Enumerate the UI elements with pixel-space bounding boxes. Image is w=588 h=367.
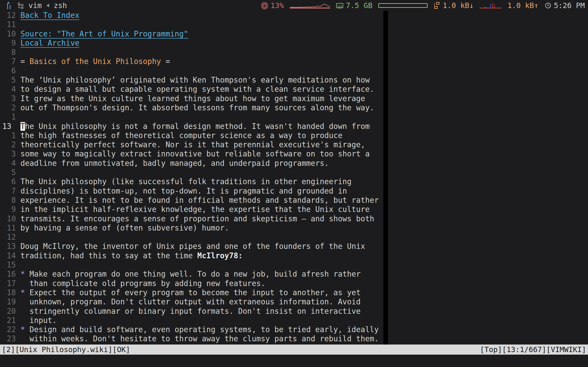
line-number: 21 [0,316,16,325]
line-number: 14 [0,251,16,260]
line-number: 18 [0,288,16,297]
wiki-link[interactable]: Source: "The Art of Unix Programming" [20,30,188,38]
top-status-bar: vim zsh 13% [0,0,588,11]
memory-bar [378,3,428,8]
line-text: the high fastnesses of theoretical compu… [20,131,342,140]
text-span: Design and build software, even operatin… [25,325,379,334]
cpu-percentage: 13% [271,1,284,10]
line-number: 7 [0,186,16,196]
text-span: deadline from unmotivated, badly managed… [20,159,329,168]
heading-delimiter: = [20,57,30,66]
editor-line[interactable]: 8experience. It is not to be found in of… [0,196,588,205]
editor-line[interactable]: 11by having a sense of (often subversive… [0,223,588,233]
memory-chip-icon [336,1,344,10]
line-text: experience. It is not to be found in off… [20,196,379,205]
line-number: 23 [0,334,16,343]
cursor-block: T [20,122,25,131]
line-text: * Make each program do one thing well. T… [20,269,361,279]
bullet-marker: * [20,288,25,297]
line-number: 8 [0,196,16,205]
text-span: transmits. It encourages a sense of prop… [20,215,374,223]
editor-line[interactable]: 15 [0,260,588,269]
line-number: 16 [0,269,16,279]
clock-icon [544,2,552,9]
text-span: The Unix philosophy (like successful fol… [20,177,351,186]
line-text: Doug McIlroy, the inventor of Unix pipes… [20,242,365,251]
editor-line[interactable]: 3It grew as the Unix culture learned thi… [0,94,588,103]
editor-line[interactable]: 14tradition, had this to say at the time… [0,251,588,260]
editor-line[interactable]: 6The Unix philosophy (like successful fo… [0,177,588,186]
editor-line[interactable]: 10Source: "The Art of Unix Programming" [0,29,588,39]
editor-line[interactable]: 7= Basics of the Unix Philosophy = [0,57,588,66]
editor-line-current[interactable]: 13The Unix philosophy is not a formal de… [0,122,588,131]
line-text: It grew as the Unix culture learned thin… [20,94,365,103]
editor-line[interactable]: 2out of Thompson's design. It absorbed l… [0,103,588,112]
text-span: It grew as the Unix culture learned thin… [20,94,365,103]
line-number: 10 [0,214,16,223]
line-number: 17 [0,279,16,288]
editor-line[interactable]: 12Back To Index [0,11,588,20]
line-number: 13 [0,242,16,251]
line-number: 20 [0,307,16,316]
editor-line[interactable]: 3some way to magically extract innovativ… [0,149,588,158]
memory-stat: 7.5 GB [336,1,372,10]
editor-line[interactable]: 13Doug McIlroy, the inventor of Unix pip… [0,242,588,251]
text-span: The ‘Unix philosophy’ originated with Ke… [20,76,370,84]
line-number: 19 [0,297,16,307]
network-stat: 1.0 kB↓ [434,1,474,10]
editor-line[interactable]: 7disciplines) is bottom-up, not top-down… [0,186,588,196]
line-text: deadline from unmotivated, badly managed… [20,159,329,168]
heading-delimiter: = [161,57,170,66]
wiki-link[interactable]: Back To Index [20,11,79,20]
vim-editor[interactable]: 12Back To Index1110Source: "The Art of U… [0,11,588,344]
window-title-vim: vim [28,1,42,10]
editor-line[interactable]: 9in the implicit half-reflexive knowledg… [0,205,588,214]
editor-line[interactable]: 8 [0,48,588,57]
text-span: Make each program do one thing well. To … [25,270,361,278]
text-span: stringently columnar or binary input for… [20,307,361,316]
editor-line[interactable]: 4deadline from unmotivated, badly manage… [0,159,588,168]
window-title-area: vim zsh [6,1,67,10]
editor-line[interactable]: 10transmits. It encourages a sense of pr… [0,214,588,223]
heading-text: Basics of the Unix Philosophy [30,57,161,66]
line-text: input. [20,316,57,325]
line-text: unknown, program. Don't clutter output w… [20,297,361,307]
editor-line[interactable]: 19 unknown, program. Don't clutter outpu… [0,297,588,307]
editor-line[interactable]: 2theoretically perfect software. Nor is … [0,140,588,149]
editor-line[interactable]: 21 input. [0,316,588,325]
text-span: in the implicit half-reflexive knowledge… [20,205,370,214]
editor-line[interactable]: 23 within weeks. Don't hesitate to throw… [0,334,588,343]
editor-line[interactable]: 18* Expect the output of every program t… [0,288,588,297]
editor-line[interactable]: 16* Make each program do one thing well.… [0,269,588,279]
system-stats-area: 13% 7.5 GB [261,1,585,10]
editor-line[interactable]: 12 [0,233,588,242]
line-text: * Design and build software, even operat… [20,325,379,334]
editor-line[interactable]: 6 [0,66,588,75]
line-number: 11 [0,20,16,29]
line-number: 4 [0,85,16,94]
bullet-marker: * [20,325,25,334]
vim-statusline: [2][Unix Philosophy.wiki][OK] [Top][13:1… [0,344,588,355]
editor-line[interactable]: 4to design a small but capable operating… [0,85,588,94]
editor-line[interactable]: 11 [0,20,588,29]
line-text: = Basics of the Unix Philosophy = [20,57,170,66]
text-span: he Unix philosophy is not a formal desig… [25,122,370,131]
text-span: disciplines) is bottom-up, not top-down.… [20,187,347,195]
editor-line[interactable]: 17 than complicate old programs by addin… [0,279,588,288]
text-span: to design a small but capable operating … [20,85,374,94]
terminal-footer [0,355,588,367]
editor-line[interactable]: 1the high fastnesses of theoretical comp… [0,131,588,140]
editor-line[interactable]: 5The ‘Unix philosophy’ originated with K… [0,75,588,85]
text-span: tradition, had this to say at the time [20,251,197,260]
editor-line[interactable]: 22* Design and build software, even oper… [0,325,588,334]
line-text: * Expect the output of every program to … [20,288,361,297]
editor-line[interactable]: 9Local Archive [0,39,588,48]
line-text: The ‘Unix philosophy’ originated with Ke… [20,75,370,85]
wiki-link[interactable]: Local Archive [20,39,79,48]
network-icon [434,1,441,10]
text-span: theoretically perfect software. Nor is i… [20,140,365,149]
text-span: the high fastnesses of theoretical compu… [20,131,342,140]
editor-line[interactable]: 1 [0,112,588,122]
editor-line[interactable]: 20 stringently columnar or binary input … [0,307,588,316]
editor-line[interactable]: 5 [0,168,588,177]
